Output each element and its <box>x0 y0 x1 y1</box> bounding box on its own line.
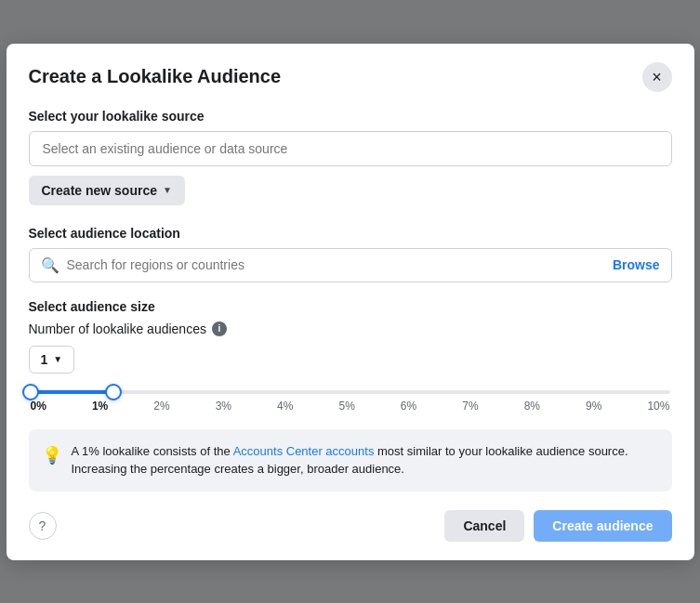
quantity-chevron-icon: ▼ <box>53 354 62 364</box>
number-of-audiences-label: Number of lookalike audiences <box>29 321 206 336</box>
location-section-label: Select audience location <box>29 226 672 241</box>
info-box-text: A 1% lookalike consists of the Accounts … <box>72 442 659 478</box>
help-button[interactable]: ? <box>29 512 57 540</box>
modal-overlay: Create a Lookalike Audience × Select you… <box>0 0 700 603</box>
location-section: Select audience location 🔍 Browse <box>29 226 672 282</box>
source-input[interactable] <box>29 131 672 166</box>
quantity-value: 1 <box>41 352 48 367</box>
modal-title: Create a Lookalike Audience <box>29 66 282 87</box>
slider-label-10: 10% <box>647 400 669 413</box>
modal-footer: ? Cancel Create audience <box>29 510 672 542</box>
slider-label-8: 8% <box>524 400 540 413</box>
source-section-label: Select your lookalike source <box>29 109 672 124</box>
slider-label-3: 3% <box>216 400 231 413</box>
slider-label-1: 1% <box>92 400 108 413</box>
cancel-button[interactable]: Cancel <box>444 510 524 542</box>
slider-labels: 0% 1% 2% 3% 4% 5% 6% 7% 8% 9% 10% <box>31 400 670 413</box>
number-of-audiences-row: Number of lookalike audiences i <box>29 321 672 336</box>
slider-label-2: 2% <box>153 400 169 413</box>
slider-label-4: 4% <box>277 400 293 413</box>
quantity-dropdown[interactable]: 1 ▼ <box>29 346 75 374</box>
modal-header: Create a Lookalike Audience × <box>29 62 672 92</box>
chevron-down-icon: ▼ <box>163 185 172 195</box>
location-search-box: 🔍 Browse <box>29 248 672 282</box>
footer-actions: Cancel Create audience <box>444 510 671 542</box>
source-section: Select your lookalike source Create new … <box>29 109 672 205</box>
slider-label-6: 6% <box>401 400 416 413</box>
slider-label-5: 5% <box>338 400 354 413</box>
slider-label-9: 9% <box>586 400 601 413</box>
location-search-input[interactable] <box>67 257 605 272</box>
slider-thumb-right[interactable] <box>105 384 122 400</box>
create-audience-button[interactable]: Create audience <box>534 510 671 542</box>
info-icon: i <box>212 321 227 336</box>
slider-label-0: 0% <box>31 400 46 413</box>
slider-fill <box>31 390 113 394</box>
accounts-center-link[interactable]: Accounts Center accounts <box>233 444 375 458</box>
info-box: 💡 A 1% lookalike consists of the Account… <box>29 429 672 492</box>
slider-thumb-left[interactable] <box>22 384 39 400</box>
close-button[interactable]: × <box>642 62 672 92</box>
search-icon: 🔍 <box>41 256 59 274</box>
bulb-icon: 💡 <box>42 443 62 468</box>
size-section: Select audience size Number of lookalike… <box>29 299 672 413</box>
size-section-label: Select audience size <box>29 299 672 314</box>
slider-track <box>31 390 670 394</box>
create-lookalike-modal: Create a Lookalike Audience × Select you… <box>7 44 694 560</box>
slider-container: 0% 1% 2% 3% 4% 5% 6% 7% 8% 9% 10% <box>29 390 672 413</box>
slider-label-7: 7% <box>462 400 478 413</box>
browse-button[interactable]: Browse <box>613 257 660 272</box>
create-source-button[interactable]: Create new source ▼ <box>29 176 185 205</box>
create-source-label: Create new source <box>42 183 158 198</box>
